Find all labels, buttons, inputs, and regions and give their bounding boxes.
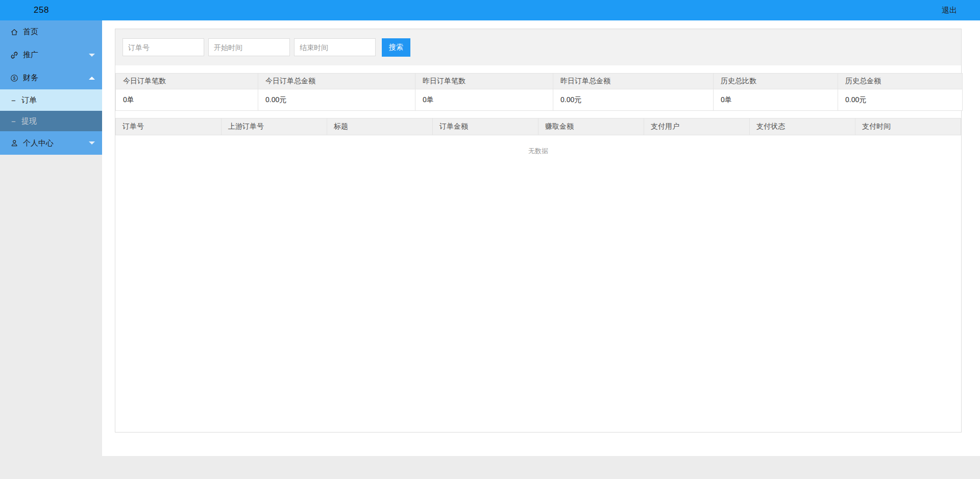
sidebar-item-label: 推广 — [23, 50, 38, 60]
stats-header: 历史总比数 — [714, 74, 838, 89]
start-time-input[interactable] — [208, 38, 290, 56]
search-button[interactable]: 搜索 — [382, 38, 410, 57]
sidebar-item-home[interactable]: 首页 — [0, 20, 102, 43]
stats-header: 今日订单总金额 — [258, 74, 415, 89]
logout-button[interactable]: 退出 — [942, 6, 957, 15]
sidebar: 首页 推广 $ 财务 − 订单 − 提现 个人中心 — [0, 20, 102, 155]
stats-header: 历史总金额 — [838, 74, 963, 89]
stats-value: 0.00元 — [258, 89, 415, 111]
link-icon — [10, 51, 18, 59]
sidebar-subitem-orders[interactable]: − 订单 — [0, 89, 102, 111]
dash-icon: − — [11, 96, 16, 105]
stats-value: 0单 — [714, 89, 838, 111]
orders-header-row: 订单号 上游订单号 标题 订单金额 赚取金额 支付用户 支付状态 支付时间 — [116, 118, 961, 135]
stats-header: 昨日订单笔数 — [415, 74, 553, 89]
orders-table: 订单号 上游订单号 标题 订单金额 赚取金额 支付用户 支付状态 支付时间 — [115, 118, 961, 135]
svg-text:$: $ — [13, 76, 15, 81]
orders-header: 订单号 — [116, 118, 222, 135]
sidebar-subitem-label: 提现 — [21, 116, 37, 126]
stats-header-row: 今日订单笔数 今日订单总金额 昨日订单笔数 昨日订单总金额 历史总比数 历史总金… — [116, 74, 963, 89]
orders-header: 支付状态 — [750, 118, 855, 135]
chevron-down-icon — [89, 54, 95, 57]
search-panel: 搜索 — [115, 29, 961, 65]
stats-value: 0单 — [415, 89, 553, 111]
sidebar-item-label: 个人中心 — [23, 138, 54, 148]
brand-title: 258 — [34, 5, 49, 15]
content-card: 搜索 今日订单笔数 今日订单总金额 昨日订单笔数 昨日订单总金额 历史总比数 历… — [115, 29, 962, 433]
home-icon — [10, 28, 18, 36]
sidebar-item-label: 财务 — [23, 73, 38, 83]
orders-header: 订单金额 — [433, 118, 538, 135]
user-icon — [10, 139, 18, 147]
order-number-input[interactable] — [122, 38, 204, 56]
end-time-input[interactable] — [294, 38, 376, 56]
sidebar-item-finance[interactable]: $ 财务 — [0, 66, 102, 89]
orders-header: 赚取金额 — [538, 118, 644, 135]
top-bar: 258 退出 — [0, 0, 980, 20]
sidebar-item-promotion[interactable]: 推广 — [0, 43, 102, 66]
stats-value-row: 0单 0.00元 0单 0.00元 0单 0.00元 — [116, 89, 963, 111]
stats-value: 0.00元 — [838, 89, 963, 111]
sidebar-item-label: 首页 — [23, 27, 38, 37]
orders-header: 上游订单号 — [222, 118, 327, 135]
sidebar-subitem-withdraw[interactable]: − 提现 — [0, 111, 102, 131]
sidebar-item-profile[interactable]: 个人中心 — [0, 131, 102, 155]
finance-icon: $ — [10, 74, 18, 82]
stats-value: 0单 — [116, 89, 258, 111]
stats-header: 今日订单笔数 — [116, 74, 258, 89]
empty-state-text: 无数据 — [115, 135, 961, 156]
orders-header: 标题 — [327, 118, 433, 135]
stats-value: 0.00元 — [553, 89, 714, 111]
dash-icon: − — [11, 117, 16, 126]
orders-header: 支付用户 — [644, 118, 750, 135]
stats-header: 昨日订单总金额 — [553, 74, 714, 89]
stats-summary-table: 今日订单笔数 今日订单总金额 昨日订单笔数 昨日订单总金额 历史总比数 历史总金… — [115, 73, 963, 111]
sidebar-subitem-label: 订单 — [21, 95, 37, 105]
orders-header: 支付时间 — [855, 118, 961, 135]
chevron-up-icon — [89, 77, 95, 80]
chevron-down-icon — [89, 141, 95, 145]
